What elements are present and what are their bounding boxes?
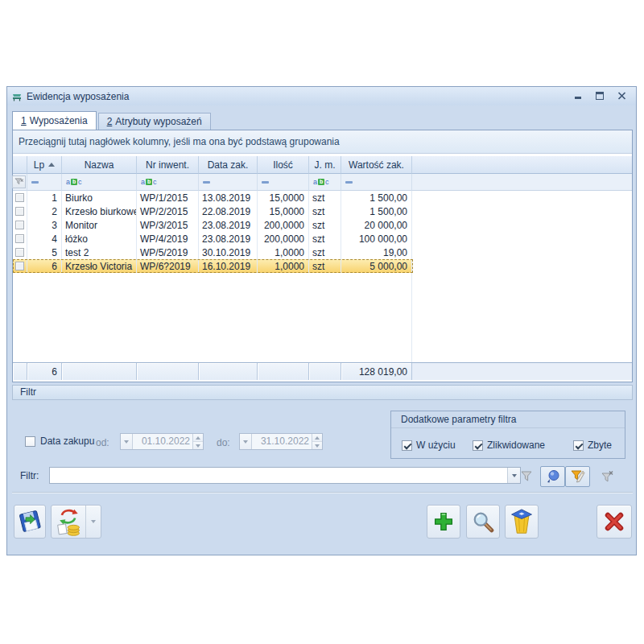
red-x-icon xyxy=(603,510,625,533)
column-header-jm[interactable]: J. m. xyxy=(309,156,341,174)
column-header-wartosc-zak[interactable]: Wartość zak. xyxy=(341,156,412,174)
summary-selector-cell xyxy=(13,363,27,380)
cell-wartosc: 1 500,00 xyxy=(341,204,412,218)
close-button[interactable] xyxy=(597,505,632,539)
w-uzyciu-label: W użyciu xyxy=(416,440,456,451)
cell-nr-inwent: WP/5/2019 xyxy=(137,246,199,259)
cell-data-zak: 23.08.2019 xyxy=(199,218,258,232)
cell-filler xyxy=(412,246,632,259)
cell-lp: 1 xyxy=(27,191,62,204)
auto-filter-wartosc[interactable] xyxy=(341,174,412,191)
clear-filter-button[interactable] xyxy=(595,466,619,487)
cell-nazwa: łóżko xyxy=(62,232,137,246)
delete-button[interactable] xyxy=(505,505,539,539)
cell-nazwa: Biurko xyxy=(62,191,137,204)
filter-expression-input[interactable] xyxy=(50,468,507,483)
date-to-dropdown-icon[interactable] xyxy=(240,434,252,449)
row-checkbox[interactable] xyxy=(15,234,24,243)
filter-panel-header: Filtr xyxy=(12,385,633,400)
row-checkbox[interactable] xyxy=(15,262,24,270)
tab-wyposazenia[interactable]: 1 Wyposażenia xyxy=(12,111,97,130)
data-zakupu-checkbox[interactable] xyxy=(25,436,35,447)
table-row[interactable]: 2 Krzesło biurkowe WP/2/2015 22.08.2019 … xyxy=(13,204,632,218)
equals-filter-icon xyxy=(31,181,39,184)
row-checkbox[interactable] xyxy=(15,207,24,216)
date-to-spinner[interactable] xyxy=(312,434,322,449)
cell-data-zak: 23.08.2019 xyxy=(199,232,258,246)
zbyte-label: Zbyte xyxy=(588,440,612,451)
auto-filter-jm[interactable]: abc xyxy=(309,174,341,191)
batch-operations-button[interactable] xyxy=(51,505,101,539)
date-from-dropdown-icon[interactable] xyxy=(121,434,133,449)
row-checkbox[interactable] xyxy=(15,248,24,257)
sort-ascending-icon xyxy=(48,163,55,167)
column-header-data-zak[interactable]: Data zak. xyxy=(199,156,258,174)
cell-lp: 4 xyxy=(27,232,62,246)
cell-nr-inwent: WP/4/2019 xyxy=(137,232,199,246)
table-row[interactable]: 5 test 2 WP/5/2019 30.10.2019 1,0000 szt… xyxy=(13,246,632,259)
date-to-field[interactable]: 31.10.2022 xyxy=(239,433,323,450)
export-button[interactable] xyxy=(14,505,46,539)
batch-operations-dropdown[interactable] xyxy=(85,506,101,538)
filter-builder-button[interactable] xyxy=(565,466,590,487)
zlikwidowane-checkbox[interactable] xyxy=(473,440,483,451)
auto-filter-row: abc abc abc xyxy=(13,174,632,191)
column-header-selector xyxy=(13,156,27,174)
cell-lp: 3 xyxy=(27,218,62,232)
add-button[interactable] xyxy=(427,505,460,539)
group-by-panel[interactable]: Przeciągnij tutaj nagłówek kolumny, jeśl… xyxy=(13,130,632,154)
table-row[interactable]: 1 Biurko WP/1/2015 13.08.2019 15,0000 sz… xyxy=(13,191,632,204)
equipment-register-window: Ewidencja wyposażenia 1 Wyposażenia 2 At… xyxy=(6,86,637,555)
summary-count: 6 xyxy=(27,363,62,380)
auto-filter-ilosc[interactable] xyxy=(258,174,309,191)
auto-filter-nazwa[interactable]: abc xyxy=(62,174,137,191)
close-window-button[interactable] xyxy=(617,92,626,100)
date-from-spinner[interactable] xyxy=(192,434,203,449)
cell-filler xyxy=(412,191,632,204)
column-header-row: Lp Nazwa Nr inwent. Data zak. Ilość J. m… xyxy=(13,156,632,174)
zlikwidowane-option: Zlikwidowane xyxy=(473,440,545,451)
row-selector-cell xyxy=(13,191,27,204)
w-uzyciu-option: W użyciu xyxy=(402,440,456,451)
auto-filter-clear-cell[interactable] xyxy=(13,174,27,191)
column-header-nr-inwent[interactable]: Nr inwent. xyxy=(137,156,199,174)
auto-filter-lp[interactable] xyxy=(27,174,62,191)
auto-filter-data-zak[interactable] xyxy=(199,174,258,191)
data-zakupu-label: Data zakupu xyxy=(40,436,94,447)
cell-ilosc: 200,0000 xyxy=(258,232,309,246)
column-header-ilosc[interactable]: Ilość xyxy=(258,156,309,174)
table-row-selected[interactable]: 6 Krzesło Victoria WP/6?2019 16.10.2019 … xyxy=(13,259,632,273)
column-header-lp[interactable]: Lp xyxy=(27,156,62,174)
cell-jm: szt xyxy=(309,246,341,259)
table-row[interactable]: 3 Monitor WP/3/2015 23.08.2019 200,0000 … xyxy=(13,218,632,232)
zbyte-checkbox[interactable] xyxy=(573,440,584,451)
cell-nr-inwent: WP/1/2015 xyxy=(137,191,199,204)
window-title: Ewidencja wyposażenia xyxy=(27,91,129,102)
summary-filler xyxy=(412,363,632,380)
row-checkbox[interactable] xyxy=(15,193,24,202)
date-to-value: 31.10.2022 xyxy=(252,434,312,449)
table-row[interactable]: 4 łóżko WP/4/2019 23.08.2019 200,0000 sz… xyxy=(13,232,632,246)
maximize-button[interactable] xyxy=(596,92,604,100)
auto-filter-nr-inwent[interactable]: abc xyxy=(137,174,199,191)
cell-wartosc: 20 000,00 xyxy=(341,218,412,232)
tab-atrybuty-wyposazen[interactable]: 2 Atrybuty wyposażeń xyxy=(98,113,211,130)
w-uzyciu-checkbox[interactable] xyxy=(402,440,412,451)
view-details-button[interactable] xyxy=(466,505,500,539)
cell-nazwa: test 2 xyxy=(62,246,137,259)
apply-filter-button[interactable] xyxy=(514,466,539,487)
auto-filter-filler xyxy=(412,174,632,191)
filter-expression-combo xyxy=(49,467,521,484)
cell-filler xyxy=(412,232,632,246)
cell-jm: szt xyxy=(309,259,341,273)
summary-empty xyxy=(199,363,258,380)
window-icon xyxy=(11,91,23,102)
equals-filter-icon xyxy=(262,181,269,184)
cell-ilosc: 200,0000 xyxy=(258,218,309,232)
date-from-field[interactable]: 01.10.2022 xyxy=(120,433,204,450)
column-header-nazwa[interactable]: Nazwa xyxy=(62,156,137,174)
pin-filter-button[interactable] xyxy=(540,466,565,487)
row-checkbox[interactable] xyxy=(15,221,24,229)
cell-filler xyxy=(412,259,632,273)
minimize-button[interactable] xyxy=(574,92,582,100)
